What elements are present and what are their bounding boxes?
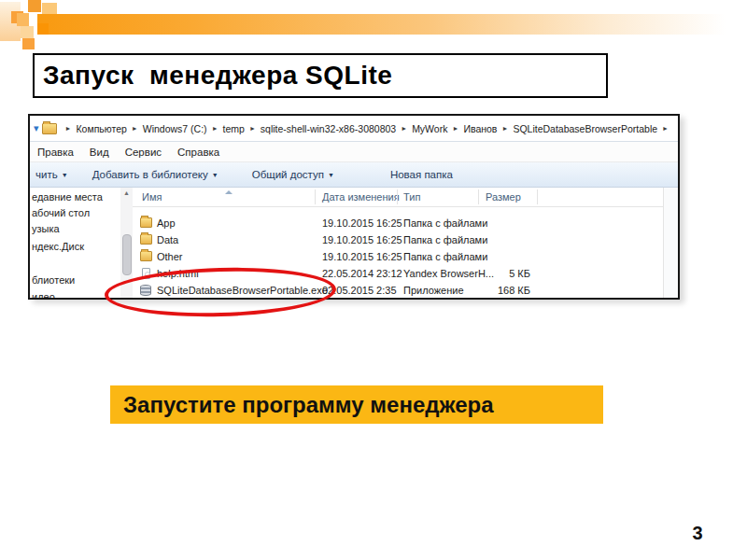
- sidebar-item[interactable]: абочий стол: [32, 207, 90, 218]
- breadcrumb-segment[interactable]: ► Windows7 (C:): [127, 123, 207, 134]
- address-bar[interactable]: ▾ ► Компьютер ► Windows7 (C:) ► temp: [30, 116, 678, 142]
- chevron-down-icon[interactable]: ▾: [34, 122, 39, 134]
- deco-square: [17, 13, 29, 26]
- column-divider[interactable]: [397, 189, 398, 204]
- breadcrumb-arrow-icon: ►: [249, 125, 256, 132]
- scroll-up-icon[interactable]: ▲: [120, 189, 133, 196]
- file-type-icon: [140, 234, 152, 245]
- filelist-scrollbar[interactable]: [663, 188, 678, 300]
- menu-item[interactable]: Вид: [90, 147, 109, 158]
- file-name: Other: [157, 251, 183, 262]
- breadcrumb-arrow-icon: ►: [401, 125, 407, 132]
- file-row[interactable]: App 19.10.2015 16:25 Папка с файлами: [133, 215, 663, 231]
- toolbar: чить ▼ Добавить в библиотеку ▼ Общий дос…: [30, 162, 678, 188]
- file-date: 19.10.2015 16:25: [322, 217, 402, 229]
- navigation-pane: едавние места абочий стол узыка ндекс.Ди…: [30, 188, 120, 300]
- breadcrumb: ► Компьютер ► Windows7 (C:) ► temp ► sql…: [61, 123, 658, 134]
- column-header-size[interactable]: Размер: [486, 191, 521, 203]
- slide-title: Запуск менеджера SQLite: [43, 61, 392, 91]
- sidebar-scrollbar[interactable]: ▲: [120, 188, 133, 300]
- column-header-date[interactable]: Дата изменения: [322, 191, 400, 203]
- column-divider[interactable]: [537, 189, 538, 204]
- dropdown-arrow-icon: ▼: [328, 172, 334, 178]
- file-date: 02.05.2015 2:35: [322, 285, 397, 296]
- toolbar-button[interactable]: Общий доступ ▼: [247, 169, 340, 180]
- breadcrumb-label: MyWork: [412, 123, 447, 134]
- deco-square: [28, 0, 41, 12]
- file-date: 19.10.2015 16:25: [322, 234, 402, 245]
- toolbar-button-label: Добавить в библиотеку: [92, 169, 208, 180]
- breadcrumb-segment[interactable]: ► SQLiteDatabaseBrowserPortable: [497, 123, 657, 134]
- breadcrumb-arrow-icon: ►: [501, 125, 508, 132]
- file-size: 5 КБ: [469, 268, 530, 279]
- sidebar-item[interactable]: идео: [32, 291, 55, 300]
- menu-item[interactable]: Справка: [177, 147, 219, 158]
- breadcrumb-segment[interactable]: ► Компьютер: [61, 123, 127, 134]
- menu-bar: Правка Вид Сервис Справка: [30, 142, 678, 162]
- breadcrumb-arrow-icon: ►: [212, 125, 218, 132]
- toolbar-button-label: Новая папка: [390, 169, 453, 180]
- breadcrumb-segment[interactable]: ► sqlite-shell-win32-x86-3080803: [245, 123, 396, 134]
- breadcrumb-arrow-icon: ►: [452, 125, 458, 132]
- column-divider[interactable]: [478, 189, 479, 204]
- file-type: Папка с файлами: [403, 234, 487, 245]
- column-header-name[interactable]: Имя: [142, 191, 162, 203]
- breadcrumb-trailing-arrow-icon: ►: [662, 125, 669, 132]
- sidebar-item[interactable]: ндекс.Диск: [32, 241, 84, 252]
- deco-square: [37, 23, 49, 35]
- deco-square: [22, 38, 35, 49]
- sidebar-item[interactable]: едавние места: [32, 191, 103, 203]
- file-date: 19.10.2015 16:25: [322, 251, 402, 262]
- dropdown-arrow-icon: ▼: [62, 172, 68, 178]
- file-row[interactable]: Data 19.10.2015 16:25 Папка с файлами: [133, 231, 663, 248]
- sort-ascending-icon: [225, 190, 233, 194]
- file-name: Data: [157, 234, 178, 245]
- page-number: 3: [686, 523, 709, 544]
- breadcrumb-label: Windows7 (C:): [143, 123, 207, 134]
- breadcrumb-label: Компьютер: [76, 123, 126, 134]
- file-name: App: [157, 217, 176, 229]
- toolbar-button-label: Общий доступ: [252, 169, 324, 180]
- file-row[interactable]: SQLiteDatabaseBrowserPortable.exe 02.05.…: [133, 282, 663, 299]
- toolbar-button[interactable]: чить ▼: [30, 169, 74, 180]
- breadcrumb-segment[interactable]: ► MyWork: [396, 123, 447, 134]
- toolbar-button[interactable]: Новая папка: [385, 169, 462, 180]
- column-header-type[interactable]: Тип: [403, 191, 420, 203]
- sidebar-item[interactable]: блиотеки: [32, 274, 75, 286]
- top-gradient-bar: [37, 14, 747, 35]
- toolbar-button-label: чить: [35, 169, 58, 180]
- file-type: Приложение: [403, 285, 464, 296]
- instruction-highlight: Запустите программу менеджера: [110, 385, 603, 424]
- sidebar-item[interactable]: узыка: [32, 223, 60, 234]
- breadcrumb-segment[interactable]: ► Иванов: [447, 123, 497, 134]
- menu-item[interactable]: Правка: [37, 147, 74, 158]
- file-row[interactable]: help.html 22.05.2014 23:12 Yandex Browse…: [133, 265, 663, 282]
- folder-icon: [42, 123, 57, 134]
- breadcrumb-arrow-icon: ►: [132, 125, 138, 132]
- file-size: 168 КБ: [469, 285, 530, 296]
- file-type-icon: [140, 251, 152, 261]
- explorer-window: ▾ ► Компьютер ► Windows7 (C:) ► temp: [28, 114, 680, 300]
- deco-square: [42, 3, 57, 14]
- file-name: help.html: [157, 268, 199, 279]
- file-list: Имя Дата изменения Тип Размер App 19.10.…: [133, 188, 663, 300]
- menu-item[interactable]: Сервис: [125, 147, 162, 158]
- deco-square: [21, 26, 34, 38]
- file-type: Папка с файлами: [403, 251, 487, 262]
- column-divider[interactable]: [315, 189, 316, 204]
- dropdown-arrow-icon: ▼: [212, 172, 218, 178]
- slide-title-box: Запуск менеджера SQLite: [33, 53, 608, 98]
- file-row[interactable]: Other 19.10.2015 16:25 Папка с файлами: [133, 248, 663, 265]
- breadcrumb-label: temp: [223, 123, 245, 134]
- file-date: 22.05.2014 23:12: [322, 268, 402, 279]
- file-type: Папка с файлами: [403, 217, 487, 229]
- breadcrumb-segment[interactable]: ► temp: [207, 123, 245, 134]
- breadcrumb-label: Иванов: [463, 123, 497, 134]
- breadcrumb-label: sqlite-shell-win32-x86-3080803: [261, 123, 396, 134]
- file-name: SQLiteDatabaseBrowserPortable.exe: [157, 285, 328, 296]
- toolbar-button[interactable]: Добавить в библиотеку ▼: [87, 169, 224, 180]
- file-rows: App 19.10.2015 16:25 Папка с файлами Dat…: [133, 215, 663, 299]
- file-type-icon: [140, 217, 152, 228]
- file-type-icon: [140, 285, 151, 296]
- scrollbar-thumb[interactable]: [122, 234, 132, 275]
